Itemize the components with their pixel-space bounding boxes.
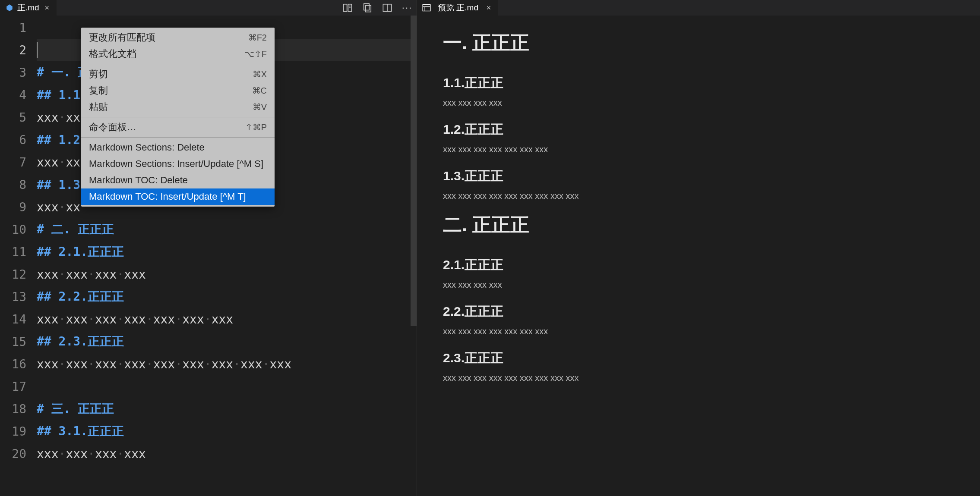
markdown-heading: ## 3.1.正正正 (37, 423, 124, 439)
editor-scrollbar[interactable] (411, 16, 417, 496)
preview-heading-1: 一. 正正正 (443, 30, 963, 61)
code-line[interactable]: xxx·xxx·xxx·xxx·xxx·xxx·xxx·xxx·xxx (37, 353, 417, 375)
markdown-text: xxx·xx (37, 110, 80, 125)
svg-rect-3 (366, 6, 371, 12)
preview-heading-2: 2.1.正正正 (443, 256, 963, 274)
menu-item-label: 更改所有匹配项 (89, 31, 155, 44)
menu-item-shortcut: ⌘C (252, 85, 267, 96)
line-number: 16 (0, 353, 37, 375)
line-number: 11 (0, 241, 37, 263)
preview-paragraph: xxx xxx xxx xxx xxx xxx xxx xxx xxx (443, 373, 963, 383)
markdown-heading: ## 2.2.正正正 (37, 289, 124, 305)
markdown-text: xxx·xxx·xxx·xxx (37, 267, 146, 282)
markdown-heading: ## 2.1.正正正 (37, 244, 124, 260)
menu-item-label: Markdown Sections: Insert/Update [^M S] (89, 158, 263, 170)
preview-paragraph: xxx xxx xxx xxx xxx xxx xxx xxx xxx (443, 191, 963, 201)
markdown-heading: ## 2.3.正正正 (37, 333, 124, 350)
context-menu-item[interactable]: Markdown TOC: Delete (81, 172, 275, 188)
code-line[interactable]: xxx·xxx·xxx·xxx (37, 443, 417, 465)
close-icon[interactable]: × (484, 3, 493, 12)
preview-heading-2: 2.3.正正正 (443, 349, 963, 367)
line-number: 2 (0, 39, 37, 61)
editor-tab[interactable]: 正.md × (0, 0, 57, 16)
menu-item-label: 命令面板… (89, 121, 136, 134)
menu-item-shortcut: ⌘V (253, 102, 267, 112)
markdown-heading: ## 1.1 (37, 88, 80, 102)
split-right-icon[interactable] (382, 3, 392, 13)
markdown-heading: # 二. 正正正 (37, 221, 114, 238)
context-menu: 更改所有匹配项⌘F2格式化文档⌥⇧F剪切⌘X复制⌘C粘贴⌘V命令面板…⇧⌘PMa… (81, 28, 275, 207)
menu-item-shortcut: ⌘X (253, 69, 267, 79)
context-menu-item[interactable]: Markdown Sections: Insert/Update [^M S] (81, 156, 275, 172)
diff-icon[interactable] (362, 3, 373, 13)
menu-item-label: Markdown TOC: Insert/Update [^M T] (89, 191, 246, 202)
context-menu-item[interactable]: 命令面板…⇧⌘P (81, 119, 275, 135)
preview-heading-2: 1.1.正正正 (443, 74, 963, 92)
line-number: 5 (0, 106, 37, 129)
tab-filename: 正.md (17, 2, 39, 13)
code-line[interactable]: xxx·xxx·xxx·xxx·xxx·xxx·xxx (37, 308, 417, 330)
menu-item-label: 格式化文档 (89, 47, 136, 60)
markdown-heading: ## 1.3 (37, 178, 80, 192)
context-menu-item[interactable]: 粘贴⌘V (81, 99, 275, 115)
preview-tab-title: 预览 正.md (438, 2, 478, 13)
scrollbar-thumb[interactable] (411, 16, 417, 326)
line-number: 4 (0, 84, 37, 106)
editor-tab-actions: ··· (342, 3, 412, 13)
context-menu-item[interactable]: 更改所有匹配项⌘F2 (81, 29, 275, 46)
code-line[interactable]: ## 2.3.正正正 (37, 330, 417, 353)
line-number: 17 (0, 375, 37, 398)
close-icon[interactable]: × (43, 3, 51, 12)
markdown-heading: ## 1.2 (37, 133, 80, 147)
preview-paragraph: xxx xxx xxx xxx (443, 280, 963, 290)
menu-separator (81, 117, 275, 117)
context-menu-item[interactable]: 复制⌘C (81, 82, 275, 99)
preview-heading-1: 二. 正正正 (443, 212, 963, 243)
line-gutter: 1234567891011121314151617181920 (0, 16, 37, 496)
code-line[interactable]: ## 2.1.正正正 (37, 241, 417, 263)
line-number: 1 (0, 16, 37, 39)
line-number: 19 (0, 420, 37, 443)
line-number: 15 (0, 330, 37, 353)
line-number: 12 (0, 263, 37, 286)
text-cursor (37, 42, 38, 58)
code-line[interactable]: # 三. 正正正 (37, 398, 417, 420)
preview-heading-2: 1.2.正正正 (443, 121, 963, 138)
menu-item-shortcut: ⇧⌘P (245, 122, 267, 132)
code-line[interactable]: # 二. 正正正 (37, 218, 417, 241)
menu-item-label: Markdown Sections: Delete (89, 142, 205, 153)
preview-paragraph: xxx xxx xxx xxx xxx xxx xxx (443, 144, 963, 154)
markdown-text: xxx·xxx·xxx·xxx·xxx·xxx·xxx·xxx·xxx (37, 357, 291, 371)
line-number: 8 (0, 173, 37, 196)
preview-pane: 预览 正.md × 一. 正正正1.1.正正正xxx xxx xxx xxx1.… (417, 0, 980, 496)
code-line[interactable]: ## 2.2.正正正 (37, 286, 417, 308)
more-icon[interactable]: ··· (402, 3, 412, 13)
code-line[interactable] (37, 375, 417, 398)
code-line[interactable]: ## 3.1.正正正 (37, 420, 417, 443)
open-preview-icon[interactable] (342, 3, 353, 13)
line-number: 6 (0, 129, 37, 151)
line-number: 9 (0, 196, 37, 218)
menu-item-shortcut: ⌘F2 (248, 32, 267, 43)
context-menu-item[interactable]: Markdown Sections: Delete (81, 139, 275, 156)
preview-paragraph: xxx xxx xxx xxx xxx xxx xxx (443, 326, 963, 336)
menu-item-label: 复制 (89, 84, 108, 97)
menu-item-shortcut: ⌥⇧F (244, 49, 267, 59)
context-menu-item[interactable]: 剪切⌘X (81, 66, 275, 82)
code-line[interactable]: xxx·xxx·xxx·xxx (37, 263, 417, 286)
preview-body[interactable]: 一. 正正正1.1.正正正xxx xxx xxx xxx1.2.正正正xxx x… (417, 16, 980, 496)
svg-rect-6 (423, 5, 430, 11)
context-menu-item[interactable]: Markdown TOC: Insert/Update [^M T] (81, 188, 275, 205)
context-menu-item[interactable]: 格式化文档⌥⇧F (81, 46, 275, 62)
menu-item-label: Markdown TOC: Delete (89, 175, 188, 186)
editor-tab-bar: 正.md × ··· (0, 0, 417, 16)
line-number: 3 (0, 61, 37, 84)
line-number: 13 (0, 286, 37, 308)
preview-tab-bar: 预览 正.md × (417, 0, 980, 16)
preview-panel-icon (422, 3, 431, 12)
markdown-text: xxx·xxx·xxx·xxx·xxx·xxx·xxx (37, 312, 233, 326)
markdown-heading: # 三. 正正正 (37, 401, 114, 417)
preview-tab[interactable]: 预览 正.md × (417, 0, 498, 16)
line-number: 10 (0, 218, 37, 241)
svg-rect-0 (343, 4, 347, 12)
